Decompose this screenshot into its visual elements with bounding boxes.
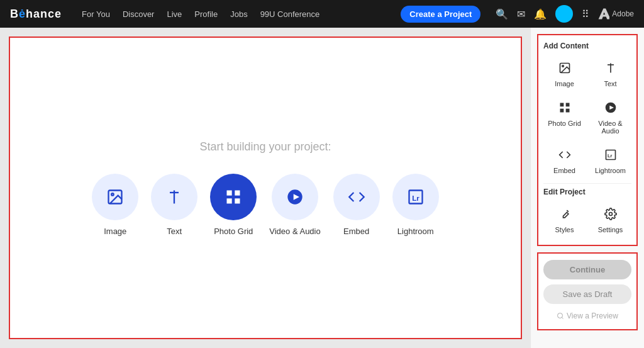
- settings-icon: [604, 208, 617, 223]
- sidebar: Add Content Image: [531, 28, 644, 348]
- sidebar-lightroom-label: Lightroom: [595, 167, 626, 174]
- lightroom-label: Lightroom: [397, 227, 434, 236]
- sidebar-video-icon: [604, 101, 617, 117]
- svg-rect-19: [565, 109, 569, 113]
- nav-99u[interactable]: 99U Conference: [260, 9, 320, 19]
- search-icon: [557, 312, 564, 320]
- continue-button[interactable]: Continue: [543, 260, 631, 279]
- svg-text:Lr: Lr: [412, 193, 419, 201]
- svg-rect-7: [235, 198, 240, 203]
- lightroom-icon: Lr: [407, 188, 425, 206]
- svg-rect-18: [560, 109, 564, 113]
- image-icon: [106, 188, 124, 206]
- grid-icon: [225, 188, 242, 206]
- edit-project-title: Edit Project: [543, 188, 631, 196]
- edit-project-grid: Styles Settings: [543, 203, 631, 239]
- adobe-logo: Adobe: [598, 8, 634, 20]
- preview-button[interactable]: View a Preview: [543, 309, 631, 323]
- add-content-title: Add Content: [543, 42, 631, 50]
- svg-rect-16: [560, 103, 564, 107]
- sidebar-image-icon: [558, 62, 571, 77]
- nav-icons: 🔍 ✉ 🔔 ⠿ Adobe: [496, 5, 634, 23]
- svg-point-24: [609, 213, 612, 216]
- settings-label: Settings: [598, 226, 623, 233]
- sidebar-text-icon: [604, 62, 617, 77]
- svg-point-13: [562, 65, 564, 67]
- main-layout: Start building your project: Image: [0, 28, 644, 348]
- sidebar-settings[interactable]: Settings: [589, 203, 631, 239]
- svg-point-25: [558, 313, 563, 318]
- add-content-grid: Image Text: [543, 57, 631, 179]
- content-buttons: Image Text: [92, 174, 438, 236]
- search-icon[interactable]: 🔍: [496, 8, 508, 20]
- image-circle: [92, 174, 138, 220]
- sidebar-styles[interactable]: Styles: [543, 203, 586, 239]
- add-grid-button[interactable]: Photo Grid: [210, 174, 257, 236]
- add-video-button[interactable]: Video & Audio: [269, 174, 320, 236]
- video-label: Video & Audio: [269, 227, 320, 236]
- svg-text:Lr: Lr: [608, 153, 613, 159]
- nav-discover[interactable]: Discover: [123, 9, 155, 19]
- nav-profile[interactable]: Profile: [194, 9, 218, 19]
- panel-divider: [543, 183, 631, 184]
- apps-icon[interactable]: ⠿: [582, 8, 589, 20]
- text-circle: [151, 174, 197, 220]
- styles-icon: [558, 208, 571, 223]
- canvas-area: Start building your project: Image: [0, 28, 531, 348]
- sidebar-add-lightroom[interactable]: Lr Lightroom: [589, 143, 631, 179]
- svg-line-26: [562, 317, 563, 318]
- embed-label: Embed: [343, 227, 369, 236]
- svg-rect-5: [235, 190, 240, 195]
- save-draft-button[interactable]: Save as Draft: [543, 284, 631, 304]
- sidebar-image-label: Image: [555, 80, 574, 87]
- create-project-button[interactable]: Create a Project: [401, 6, 480, 23]
- brand-logo[interactable]: Bėhance: [10, 8, 62, 21]
- canvas-inner: Start building your project: Image: [9, 36, 522, 339]
- canvas-prompt: Start building your project:: [199, 140, 331, 154]
- text-icon: [165, 188, 183, 206]
- navbar: Bėhance For You Discover Live Profile Jo…: [0, 0, 644, 28]
- sidebar-lightroom-icon: Lr: [604, 149, 617, 164]
- svg-rect-4: [227, 190, 232, 195]
- image-label: Image: [104, 227, 126, 236]
- sidebar-add-embed[interactable]: Embed: [543, 143, 586, 179]
- sidebar-add-grid[interactable]: Photo Grid: [543, 96, 586, 140]
- adobe-icon: [598, 8, 609, 20]
- nav-live[interactable]: Live: [167, 9, 182, 19]
- styles-label: Styles: [555, 226, 574, 233]
- sidebar-grid-label: Photo Grid: [548, 120, 581, 127]
- lightroom-circle: Lr: [392, 174, 439, 220]
- svg-rect-17: [565, 103, 569, 107]
- svg-rect-6: [227, 198, 232, 203]
- text-label: Text: [167, 227, 182, 236]
- add-embed-button[interactable]: Embed: [333, 174, 380, 236]
- sidebar-add-text[interactable]: Text: [589, 57, 631, 93]
- notifications-icon[interactable]: 🔔: [534, 8, 547, 20]
- sidebar-add-image[interactable]: Image: [543, 57, 586, 93]
- embed-circle: [333, 174, 380, 220]
- add-text-button[interactable]: Text: [151, 174, 197, 236]
- embed-icon: [348, 188, 365, 206]
- sidebar-video-label: Video & Audio: [592, 120, 629, 135]
- sidebar-text-label: Text: [604, 80, 616, 87]
- grid-circle: [210, 174, 257, 220]
- add-image-button[interactable]: Image: [92, 174, 138, 236]
- add-content-panel: Add Content Image: [537, 34, 638, 246]
- add-lightroom-button[interactable]: Lr Lightroom: [392, 174, 439, 236]
- preview-label: View a Preview: [567, 312, 618, 320]
- sidebar-add-video[interactable]: Video & Audio: [589, 96, 631, 140]
- messages-icon[interactable]: ✉: [517, 8, 525, 20]
- video-icon: [286, 188, 304, 206]
- nav-links: For You Discover Live Profile Jobs 99U C…: [82, 9, 386, 19]
- sidebar-embed-label: Embed: [553, 167, 575, 174]
- sidebar-embed-icon: [558, 149, 571, 164]
- svg-point-1: [111, 193, 114, 196]
- grid-label: Photo Grid: [214, 227, 253, 236]
- sidebar-grid-icon: [558, 101, 571, 117]
- adobe-label: Adobe: [612, 9, 634, 18]
- video-circle: [272, 174, 318, 220]
- action-panel: Continue Save as Draft View a Preview: [537, 252, 638, 330]
- nav-jobs[interactable]: Jobs: [230, 9, 247, 19]
- avatar[interactable]: [555, 5, 573, 23]
- nav-for-you[interactable]: For You: [82, 9, 110, 19]
